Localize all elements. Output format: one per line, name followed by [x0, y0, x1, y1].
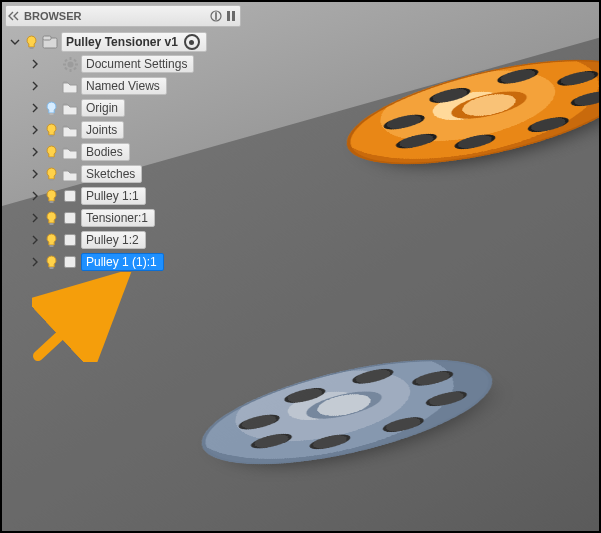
expander-right-icon[interactable] [29, 125, 41, 135]
gear-icon [61, 57, 79, 72]
expander-right-icon[interactable] [29, 235, 41, 245]
expander-right-icon[interactable] [29, 191, 41, 201]
svg-rect-11 [75, 63, 78, 65]
tree-item-label: Tensioner:1 [81, 209, 155, 227]
svg-rect-17 [49, 135, 53, 137]
app-frame: BROWSER Pulley [0, 0, 601, 533]
component-icon [61, 233, 79, 247]
bulb-on-icon[interactable] [43, 233, 59, 248]
svg-point-7 [67, 61, 73, 67]
svg-rect-3 [232, 11, 235, 21]
bulb-on-icon[interactable] [43, 123, 59, 138]
svg-rect-1 [215, 12, 217, 20]
panel-settings-icon[interactable] [210, 10, 222, 22]
tree-item-label: Pulley 1:2 [81, 231, 146, 249]
panel-undock-icon[interactable] [226, 10, 236, 22]
browser-tree: Pulley Tensioner v1 Document Settings [5, 27, 241, 273]
bulb-on-icon[interactable] [43, 211, 59, 226]
svg-rect-19 [49, 179, 53, 181]
browser-panel: BROWSER Pulley [5, 5, 241, 273]
svg-rect-21 [65, 191, 76, 202]
tree-item-label: Sketches [81, 165, 142, 183]
component-icon [61, 211, 79, 225]
svg-rect-23 [65, 213, 76, 224]
bulb-off-icon[interactable] [43, 101, 59, 116]
bulb-on-icon[interactable] [43, 145, 59, 160]
svg-rect-16 [49, 113, 53, 115]
tree-item-label: Pulley 1:1 [81, 187, 146, 205]
svg-rect-14 [64, 66, 68, 70]
bulb-on-icon[interactable] [43, 167, 59, 182]
folder-icon [61, 124, 79, 137]
svg-rect-6 [43, 36, 51, 40]
bulb-on-icon[interactable] [23, 35, 39, 50]
svg-rect-8 [69, 57, 71, 60]
browser-panel-title: BROWSER [24, 10, 81, 22]
tree-item-label: Document Settings [81, 55, 194, 73]
tree-item-label: Joints [81, 121, 124, 139]
svg-rect-20 [49, 201, 53, 203]
tree-item-pulley-1-1[interactable]: Pulley 1:1 [5, 185, 241, 207]
component-icon [61, 255, 79, 269]
svg-rect-22 [49, 223, 53, 225]
folder-icon [61, 168, 79, 181]
folder-icon [61, 146, 79, 159]
tree-item-document-settings[interactable]: Document Settings [5, 53, 241, 75]
component-icon [61, 189, 79, 203]
tree-root-label-box[interactable]: Pulley Tensioner v1 [61, 32, 207, 52]
expander-right-icon[interactable] [29, 257, 41, 267]
tree-item-bodies[interactable]: Bodies [5, 141, 241, 163]
collapse-left-icon[interactable] [8, 11, 20, 21]
folder-icon [61, 102, 79, 115]
svg-rect-10 [63, 63, 66, 65]
svg-rect-18 [49, 157, 53, 159]
svg-rect-2 [227, 11, 230, 21]
tree-item-origin[interactable]: Origin [5, 97, 241, 119]
expander-right-icon[interactable] [29, 213, 41, 223]
tree-item-pulley-1-copy-1[interactable]: Pulley 1 (1):1 [5, 251, 241, 273]
svg-rect-27 [65, 257, 76, 268]
svg-rect-26 [49, 267, 53, 269]
tree-item-label: Named Views [81, 77, 167, 95]
svg-rect-13 [73, 58, 77, 62]
svg-rect-4 [29, 47, 33, 49]
expander-right-icon[interactable] [29, 81, 41, 91]
activate-radio-icon[interactable] [184, 34, 200, 50]
component-root-icon [41, 35, 59, 49]
tree-item-label-selected: Pulley 1 (1):1 [81, 253, 164, 271]
tree-item-label: Origin [81, 99, 125, 117]
tree-item-pulley-1-2[interactable]: Pulley 1:2 [5, 229, 241, 251]
tree-item-tensioner-1[interactable]: Tensioner:1 [5, 207, 241, 229]
tree-root-row[interactable]: Pulley Tensioner v1 [5, 31, 241, 53]
expander-down-icon[interactable] [9, 37, 21, 47]
tree-item-sketches[interactable]: Sketches [5, 163, 241, 185]
svg-rect-15 [73, 66, 77, 70]
bulb-on-icon[interactable] [43, 189, 59, 204]
expander-right-icon[interactable] [29, 59, 41, 69]
expander-right-icon[interactable] [29, 147, 41, 157]
tree-root-label: Pulley Tensioner v1 [66, 35, 178, 49]
tree-item-joints[interactable]: Joints [5, 119, 241, 141]
expander-right-icon[interactable] [29, 103, 41, 113]
folder-icon [61, 80, 79, 93]
tree-item-label: Bodies [81, 143, 130, 161]
svg-rect-25 [65, 235, 76, 246]
svg-rect-9 [69, 69, 71, 72]
svg-rect-12 [64, 58, 68, 62]
bulb-on-icon[interactable] [43, 255, 59, 270]
svg-rect-24 [49, 245, 53, 247]
tree-item-named-views[interactable]: Named Views [5, 75, 241, 97]
expander-right-icon[interactable] [29, 169, 41, 179]
browser-panel-header[interactable]: BROWSER [5, 5, 241, 27]
